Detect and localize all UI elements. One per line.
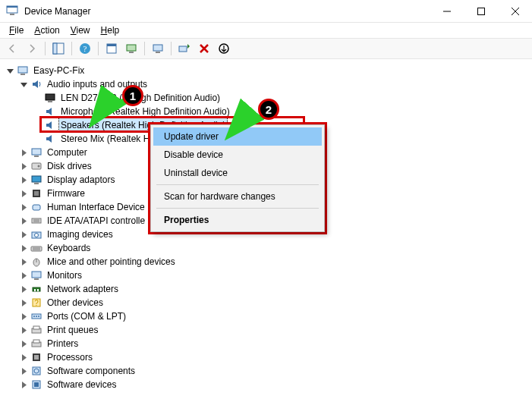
- svg-rect-12: [107, 44, 116, 46]
- tree-node-label: Processors: [46, 350, 94, 364]
- category-icon: [30, 187, 42, 200]
- menu-action[interactable]: Action: [30, 24, 64, 37]
- category-icon: ?: [30, 297, 42, 309]
- svg-rect-42: [32, 272, 41, 278]
- category-icon: [30, 201, 42, 213]
- tree-node-label: Other devices: [46, 296, 105, 309]
- category-icon: [30, 146, 42, 159]
- back-button[interactable]: [3, 40, 21, 57]
- svg-rect-30: [34, 191, 39, 196]
- tree-node[interactable]: Print queues: [3, 323, 529, 337]
- expand-icon[interactable]: [18, 147, 29, 158]
- tree-node-audio[interactable]: Audio inputs and outputs: [3, 77, 529, 91]
- tree-node-label: Disk drives: [46, 159, 93, 173]
- titlebar: Device Manager: [0, 0, 532, 23]
- expand-icon[interactable]: [18, 174, 29, 185]
- tree-node-label: Firmware: [46, 187, 87, 200]
- expand-icon[interactable]: [18, 243, 29, 253]
- menu-view[interactable]: View: [66, 24, 95, 37]
- svg-point-51: [36, 316, 37, 317]
- speaker-icon: [44, 119, 56, 131]
- tree-node[interactable]: Ports (COM & LPT): [3, 309, 529, 323]
- ctx-separator: [156, 208, 319, 209]
- svg-rect-20: [20, 74, 25, 75]
- show-tree-button[interactable]: [49, 40, 68, 57]
- maximize-button[interactable]: [464, 0, 498, 23]
- properties-icon-button[interactable]: [102, 40, 121, 57]
- tree-root-label: Easy-PC-Fix: [32, 64, 86, 77]
- category-icon: [30, 269, 42, 281]
- svg-rect-13: [127, 45, 136, 51]
- svg-rect-23: [32, 149, 41, 155]
- speaker-icon: [30, 78, 42, 90]
- scan-hardware-button[interactable]: [175, 40, 194, 57]
- tree-leaf-microphone[interactable]: Microphon (Realtek High Definition Audio…: [3, 105, 529, 118]
- svg-rect-22: [48, 101, 52, 102]
- speaker-icon: [44, 133, 56, 145]
- speaker-icon: [44, 105, 56, 118]
- svg-rect-19: [18, 67, 27, 73]
- expand-icon[interactable]: [18, 338, 29, 349]
- tree-node[interactable]: Monitors: [3, 269, 529, 282]
- svg-rect-16: [156, 52, 160, 53]
- ctx-separator: [156, 184, 319, 185]
- forward-button[interactable]: [23, 40, 41, 57]
- expand-icon[interactable]: [18, 366, 29, 376]
- update-icon-button[interactable]: [122, 40, 140, 57]
- expand-icon[interactable]: [18, 188, 29, 199]
- ctx-disable-device[interactable]: Disable device: [153, 146, 322, 164]
- menu-help[interactable]: Help: [96, 24, 124, 37]
- tree-node[interactable]: Mice and other pointing devices: [3, 255, 529, 269]
- toolbar-separator: [144, 42, 145, 55]
- expand-icon[interactable]: [18, 311, 29, 322]
- svg-rect-31: [33, 205, 40, 210]
- expand-icon[interactable]: [18, 79, 29, 90]
- tree-node[interactable]: Software components: [3, 364, 529, 378]
- expand-icon[interactable]: [18, 229, 29, 240]
- svg-rect-24: [34, 156, 39, 157]
- expand-icon[interactable]: [18, 352, 29, 363]
- ctx-properties[interactable]: Properties: [153, 211, 322, 229]
- category-icon: [30, 338, 42, 350]
- tree-node-label: Computer: [46, 146, 89, 159]
- uninstall-button[interactable]: [195, 40, 213, 57]
- expand-icon[interactable]: [18, 202, 29, 212]
- expand-icon[interactable]: [18, 215, 29, 226]
- expand-icon[interactable]: [18, 270, 29, 281]
- tree-leaf-len[interactable]: LEN D27-20B ( A High Definition Audio): [3, 91, 529, 105]
- tree-node-label: Software components: [46, 364, 137, 378]
- toolbar-separator: [98, 42, 99, 55]
- svg-rect-4: [477, 8, 484, 14]
- tree-node[interactable]: Processors: [3, 350, 529, 364]
- category-icon: [30, 324, 42, 336]
- expand-icon[interactable]: [18, 256, 29, 267]
- close-button[interactable]: [498, 0, 532, 23]
- expand-icon[interactable]: [18, 284, 29, 294]
- svg-rect-45: [34, 289, 36, 291]
- expand-icon[interactable]: [18, 161, 29, 171]
- ctx-scan-hardware[interactable]: Scan for hardware changes: [153, 187, 322, 206]
- enable-button[interactable]: [215, 40, 233, 57]
- svg-rect-58: [34, 355, 39, 360]
- tree-node[interactable]: Network adapters: [3, 282, 529, 296]
- tree-root[interactable]: Easy-PC-Fix: [3, 64, 529, 77]
- svg-rect-28: [34, 183, 39, 184]
- expand-icon[interactable]: [18, 325, 29, 335]
- menu-file[interactable]: File: [5, 24, 28, 37]
- tree-node[interactable]: ?Other devices: [3, 296, 529, 309]
- expand-icon[interactable]: [5, 65, 15, 76]
- expand-icon[interactable]: [18, 297, 29, 308]
- help-button[interactable]: ?: [76, 40, 94, 57]
- expand-icon[interactable]: [18, 379, 29, 390]
- minimize-button[interactable]: [430, 0, 464, 23]
- ctx-uninstall-device[interactable]: Uninstall device: [153, 164, 322, 182]
- ctx-update-driver[interactable]: Update driver: [153, 127, 322, 146]
- tree-node[interactable]: Software devices: [3, 378, 529, 391]
- monitor-icon-button[interactable]: [149, 40, 167, 57]
- svg-text:?: ?: [34, 299, 39, 307]
- toolbar-separator: [45, 42, 46, 55]
- tree-node[interactable]: Keyboards: [3, 241, 529, 255]
- tree-node[interactable]: Printers: [3, 337, 529, 350]
- svg-text:?: ?: [83, 44, 87, 53]
- menubar: File Action View Help: [0, 23, 532, 38]
